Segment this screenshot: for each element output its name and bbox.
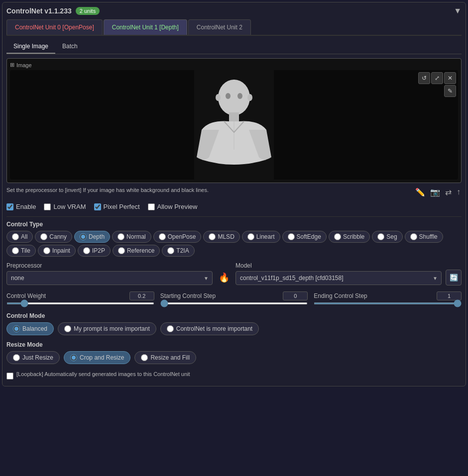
header-left: ControlNet v1.1.233 2 units — [6, 7, 100, 15]
toolbar-row: Set the preprocessor to [invert] If your… — [6, 186, 462, 198]
control-mode-section: Control Mode Balanced My prompt is more … — [6, 312, 462, 335]
sliders-row: Control Weight Starting Control Step End… — [6, 291, 462, 304]
resize-crop[interactable]: Crop and Resize — [64, 351, 130, 364]
low-vram-checkbox[interactable] — [44, 203, 51, 210]
control-weight-label: Control Weight — [6, 292, 46, 299]
image-section: ⊞ Image — [6, 58, 462, 183]
info-text: Set the preprocessor to [invert] If your… — [6, 186, 209, 194]
model-select[interactable]: control_v11f1p_sd15_depth [cfd03158] — [235, 271, 442, 285]
image-icon: ⊞ — [10, 62, 14, 68]
enable-option[interactable]: Enable — [6, 203, 36, 210]
close-button[interactable]: ✕ — [444, 72, 456, 84]
ctrl-type-seg[interactable]: Seg — [372, 231, 402, 243]
mode-controlnet[interactable]: ControlNet is more important — [160, 322, 259, 335]
resize-mode-label: Resize Mode — [6, 341, 462, 348]
pixel-perfect-checkbox[interactable] — [94, 203, 101, 210]
control-weight-slider[interactable] — [6, 302, 154, 304]
preprocessor-select[interactable]: none — [6, 271, 213, 285]
ctrl-type-normal[interactable]: Normal — [112, 231, 151, 243]
svg-point-2 — [218, 80, 250, 115]
flame-button[interactable]: 🔥 — [217, 270, 232, 285]
end-step-label: Ending Control Step — [314, 292, 367, 299]
pixel-perfect-option[interactable]: Pixel Perfect — [94, 203, 140, 210]
ctrl-type-canny[interactable]: Canny — [35, 231, 72, 243]
control-mode-row: Balanced My prompt is more important Con… — [6, 322, 462, 335]
svg-point-7 — [247, 94, 252, 101]
model-group: Model control_v11f1p_sd15_depth [cfd0315… — [235, 262, 442, 285]
ctrl-type-scribble[interactable]: Scribble — [329, 231, 370, 243]
allow-preview-checkbox[interactable] — [148, 203, 155, 210]
options-row: Enable Low VRAM Pixel Perfect Allow Prev… — [6, 203, 462, 210]
ctrl-type-all[interactable]: All — [6, 231, 33, 243]
ctrl-type-mlsd[interactable]: MLSD — [203, 231, 239, 243]
units-badge: 2 units — [76, 7, 100, 15]
model-wrapper: control_v11f1p_sd15_depth [cfd03158] — [235, 271, 442, 285]
tab-single-image[interactable]: Single Image — [6, 40, 55, 54]
control-type-section: Control Type All Canny Depth Normal Open… — [6, 221, 462, 257]
resize-mode-row: Just Resize Crop and Resize Resize and F… — [6, 351, 462, 364]
ctrl-type-tile[interactable]: Tile — [6, 245, 36, 257]
svg-point-4 — [226, 93, 231, 99]
controlnet-container: ControlNet v1.1.233 2 units ▼ ControlNet… — [2, 2, 466, 386]
undo-button[interactable]: ↺ — [418, 72, 430, 84]
inner-tabs: Single Image Batch — [6, 40, 462, 54]
swap-icon-btn[interactable]: ⇄ — [444, 187, 453, 198]
loopback-label: [Loopback] Automatically send generated … — [16, 370, 190, 378]
resize-mode-section: Resize Mode Just Resize Crop and Resize … — [6, 341, 462, 364]
allow-preview-option[interactable]: Allow Preview — [148, 203, 198, 210]
ctrl-type-lineart[interactable]: Lineart — [242, 231, 280, 243]
ctrl-type-softedge[interactable]: SoftEdge — [282, 231, 327, 243]
loopback-row: [Loopback] Automatically send generated … — [6, 370, 462, 382]
mode-my-prompt[interactable]: My prompt is more important — [58, 322, 156, 335]
model-label: Model — [235, 262, 442, 269]
control-weight-group: Control Weight — [6, 291, 154, 304]
svg-point-6 — [216, 94, 221, 101]
end-step-slider[interactable] — [314, 302, 462, 304]
ctrl-type-reference[interactable]: Reference — [113, 245, 160, 257]
expand-button[interactable]: ⤢ — [431, 72, 443, 84]
pencil-icon-btn[interactable]: ✏️ — [414, 187, 426, 198]
tab-unit0[interactable]: ControlNet Unit 0 [OpenPose] — [6, 19, 103, 35]
loopback-checkbox[interactable] — [6, 373, 13, 380]
low-vram-option[interactable]: Low VRAM — [44, 203, 86, 210]
end-step-group: Ending Control Step — [314, 291, 462, 304]
image-label: ⊞ Image — [10, 62, 458, 68]
control-mode-label: Control Mode — [6, 312, 462, 319]
ctrl-type-inpaint[interactable]: Inpaint — [38, 245, 76, 257]
enable-checkbox[interactable] — [6, 203, 13, 210]
ctrl-type-t2ia[interactable]: T2IA — [162, 245, 194, 257]
mode-balanced[interactable]: Balanced — [6, 322, 54, 335]
avatar-image — [194, 70, 274, 180]
preprocessor-group: Preprocessor none — [6, 262, 213, 285]
main-tabs: ControlNet Unit 0 [OpenPose] ControlNet … — [6, 19, 462, 36]
control-type-grid: All Canny Depth Normal OpenPose MLSD Lin… — [6, 231, 462, 257]
camera-icon-btn[interactable]: 📷 — [429, 187, 441, 198]
refresh-button[interactable]: 🔄 — [446, 270, 462, 286]
ctrl-type-ip2p[interactable]: IP2P — [78, 245, 111, 257]
ctrl-row-2: ✎ — [418, 85, 456, 97]
chevron-down-icon[interactable]: ▼ — [454, 6, 462, 15]
image-controls: ↺ ⤢ ✕ ✎ — [418, 72, 456, 97]
preprocessor-label: Preprocessor — [6, 262, 213, 269]
upload-icon-btn[interactable]: ↑ — [456, 187, 462, 198]
preprocessor-wrapper: none — [6, 271, 213, 285]
start-step-group: Starting Control Step — [160, 291, 308, 304]
start-step-label: Starting Control Step — [160, 292, 216, 299]
edit-button[interactable]: ✎ — [444, 85, 456, 97]
control-type-label: Control Type — [6, 221, 462, 228]
image-area[interactable]: ↺ ⤢ ✕ ✎ — [10, 70, 458, 180]
tab-batch[interactable]: Batch — [55, 40, 85, 54]
resize-fill[interactable]: Resize and Fill — [134, 351, 196, 364]
ctrl-row-1: ↺ ⤢ ✕ — [418, 72, 456, 84]
start-step-slider[interactable] — [160, 302, 308, 304]
toolbar-icons: ✏️ 📷 ⇄ ↑ — [414, 187, 462, 198]
resize-just[interactable]: Just Resize — [6, 351, 60, 364]
ctrl-type-depth[interactable]: Depth — [74, 231, 110, 243]
app-title: ControlNet v1.1.233 — [6, 7, 72, 15]
tab-unit1[interactable]: ControlNet Unit 1 [Depth] — [104, 19, 187, 35]
ctrl-type-shuffle[interactable]: Shuffle — [405, 231, 443, 243]
ctrl-type-openpose[interactable]: OpenPose — [153, 231, 202, 243]
tab-unit2[interactable]: ControlNet Unit 2 — [188, 19, 251, 35]
svg-point-5 — [237, 93, 242, 99]
preprocessor-model-row: Preprocessor none 🔥 Model control_v11f1p… — [6, 262, 462, 286]
